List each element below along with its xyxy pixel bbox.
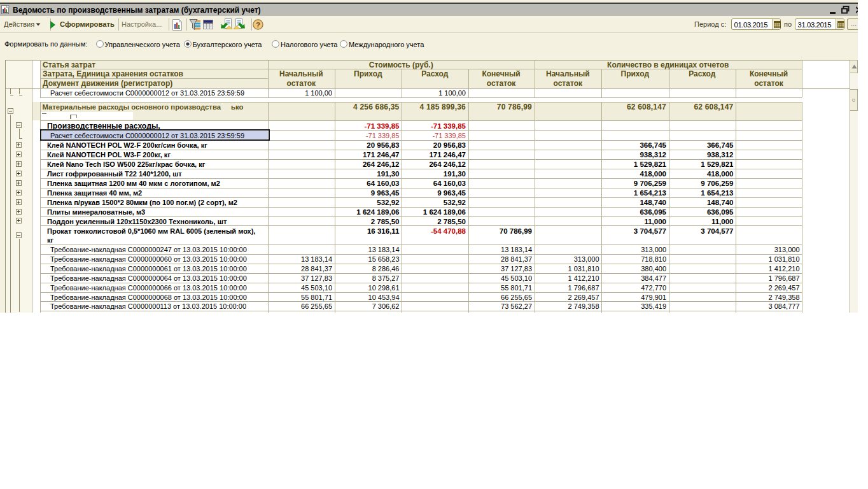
svg-text:?: ? — [256, 21, 260, 29]
